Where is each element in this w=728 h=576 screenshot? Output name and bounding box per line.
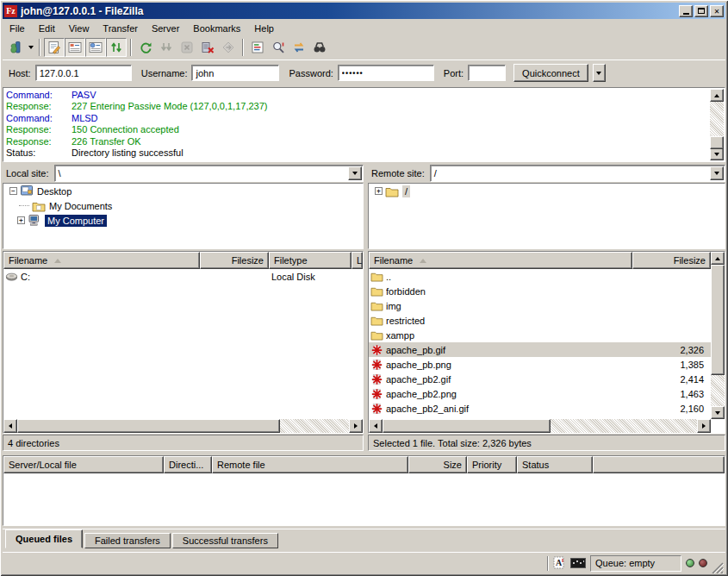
tree-item-my-documents[interactable]: My Documents — [3, 198, 363, 213]
username-input[interactable] — [191, 65, 279, 81]
column-filesize[interactable]: Filesize — [200, 252, 269, 269]
column-last-modified[interactable]: L — [352, 252, 363, 269]
queue-header: Server/Local file Directi... Remote file… — [3, 456, 725, 473]
scrollbar-thumb[interactable] — [710, 136, 724, 149]
menu-help[interactable]: Help — [247, 22, 281, 35]
file-row[interactable]: apache_pb2.png1,463 — [369, 386, 711, 401]
host-input[interactable] — [35, 65, 132, 81]
menu-edit[interactable]: Edit — [32, 22, 62, 35]
file-row[interactable]: img — [369, 298, 711, 313]
column-filename[interactable]: Filename — [369, 252, 632, 269]
site-manager-dropdown-button[interactable] — [26, 38, 35, 57]
file-row[interactable]: restricted — [369, 313, 711, 328]
column-remote-file[interactable]: Remote file — [212, 456, 408, 473]
cancel-operation-button[interactable] — [177, 38, 197, 57]
file-row[interactable]: apache_pb2.gif2,414 — [369, 372, 711, 386]
minimize-button[interactable] — [679, 5, 693, 17]
remote-site-combo[interactable]: / — [430, 165, 725, 182]
tab-successful-transfers[interactable]: Successful transfers — [172, 533, 278, 548]
column-filename[interactable]: Filename — [3, 252, 200, 269]
disconnect-button[interactable] — [197, 38, 218, 57]
file-row[interactable]: xampp — [369, 328, 711, 342]
expand-icon[interactable]: + — [17, 216, 25, 224]
resize-grip[interactable] — [712, 556, 724, 573]
toggle-local-tree-button[interactable] — [65, 38, 85, 57]
scrollbar-thumb[interactable] — [711, 265, 725, 375]
image-file-icon — [370, 403, 383, 415]
toolbar — [3, 36, 725, 59]
file-row[interactable]: apache_pb.png1,385 — [369, 357, 711, 372]
menu-server[interactable]: Server — [145, 22, 186, 35]
scrollbar-thumb[interactable] — [17, 419, 280, 433]
tab-failed-transfers[interactable]: Failed transfers — [84, 533, 171, 548]
local-site-combo[interactable]: \ — [54, 165, 364, 182]
column-direction[interactable]: Directi... — [164, 456, 212, 473]
file-row-selected[interactable]: apache_pb.gif2,326 — [369, 342, 711, 357]
remote-site-dropdown-button[interactable] — [710, 166, 724, 180]
process-queue-button[interactable] — [156, 38, 177, 57]
scroll-right-button[interactable] — [697, 419, 711, 433]
scroll-right-button[interactable] — [349, 419, 363, 433]
close-button[interactable]: ✕ — [710, 5, 724, 17]
menu-transfer[interactable]: Transfer — [96, 22, 145, 35]
menu-bookmarks[interactable]: Bookmarks — [186, 22, 247, 35]
find-files-button[interactable] — [309, 38, 330, 57]
toggle-message-log-button[interactable] — [44, 38, 65, 57]
reconnect-icon — [221, 41, 235, 54]
file-row[interactable]: apache_pb2_ani.gif2,160 — [369, 401, 711, 416]
scroll-up-button[interactable] — [711, 252, 725, 265]
password-input[interactable] — [338, 65, 434, 81]
directory-comparison-button[interactable] — [268, 38, 289, 57]
column-server-local-file[interactable]: Server/Local file — [3, 456, 164, 473]
menu-file[interactable]: File — [3, 22, 32, 35]
column-status[interactable]: Status — [517, 456, 593, 473]
refresh-button[interactable] — [135, 38, 156, 57]
local-list-header: Filename Filesize Filetype L — [3, 252, 363, 269]
remote-list-header: Filename Filesize — [369, 252, 711, 269]
compare-icon — [271, 41, 285, 54]
scroll-down-button[interactable] — [711, 406, 725, 419]
remote-vertical-scrollbar[interactable] — [711, 252, 725, 419]
scroll-left-button[interactable] — [3, 419, 17, 433]
tree-item-my-computer[interactable]: + My Computer — [3, 213, 363, 228]
column-filesize[interactable]: Filesize — [632, 252, 711, 269]
scroll-up-button[interactable] — [710, 89, 724, 102]
port-input[interactable] — [468, 65, 506, 81]
maximize-button[interactable] — [694, 5, 708, 17]
chevron-down-icon — [28, 46, 34, 49]
quickconnect-button[interactable]: Quickconnect — [513, 64, 588, 82]
expand-icon[interactable]: + — [375, 187, 383, 195]
local-horizontal-scrollbar[interactable] — [3, 419, 363, 433]
tree-item-root[interactable]: + / — [369, 184, 725, 198]
column-priority[interactable]: Priority — [467, 456, 517, 473]
title-bar[interactable]: Fz john@127.0.0.1 - FileZilla ✕ — [3, 3, 725, 19]
speed-limit-indicator-icon[interactable] — [570, 558, 586, 568]
reconnect-button[interactable] — [218, 38, 239, 57]
column-filetype[interactable]: Filetype — [269, 252, 352, 269]
scroll-down-button[interactable] — [710, 147, 724, 160]
quickconnect-dropdown-button[interactable] — [593, 64, 606, 82]
message-log-lines: Command:PASV Response:227 Entering Passi… — [4, 89, 709, 160]
site-manager-button[interactable] — [5, 38, 26, 57]
tree-item-label: Desktop — [37, 186, 72, 197]
tab-queued-files[interactable]: Queued files — [5, 529, 83, 548]
remote-horizontal-scrollbar[interactable] — [369, 419, 711, 433]
directory-filters-button[interactable] — [247, 38, 268, 57]
toggle-transfer-queue-button[interactable] — [106, 38, 127, 57]
file-row[interactable]: forbidden — [369, 284, 711, 298]
tree-item-desktop[interactable]: − Desktop — [3, 184, 363, 198]
scrollbar-thumb[interactable] — [383, 419, 551, 433]
synchronized-browsing-button[interactable] — [289, 38, 309, 57]
toggle-remote-tree-button[interactable] — [85, 38, 106, 57]
local-site-dropdown-button[interactable] — [348, 166, 362, 180]
file-name: restricted — [386, 316, 632, 326]
column-size[interactable]: Size — [408, 456, 467, 473]
statusbar-divider — [547, 556, 549, 571]
file-row-local-disk[interactable]: C: Local Disk — [3, 269, 363, 284]
scroll-left-button[interactable] — [369, 419, 383, 433]
transfer-type-indicator-icon[interactable]: A — [553, 556, 566, 570]
log-vertical-scrollbar[interactable] — [710, 89, 724, 160]
file-row[interactable]: .. — [369, 269, 711, 284]
collapse-icon[interactable]: − — [9, 187, 17, 195]
menu-view[interactable]: View — [62, 22, 96, 35]
